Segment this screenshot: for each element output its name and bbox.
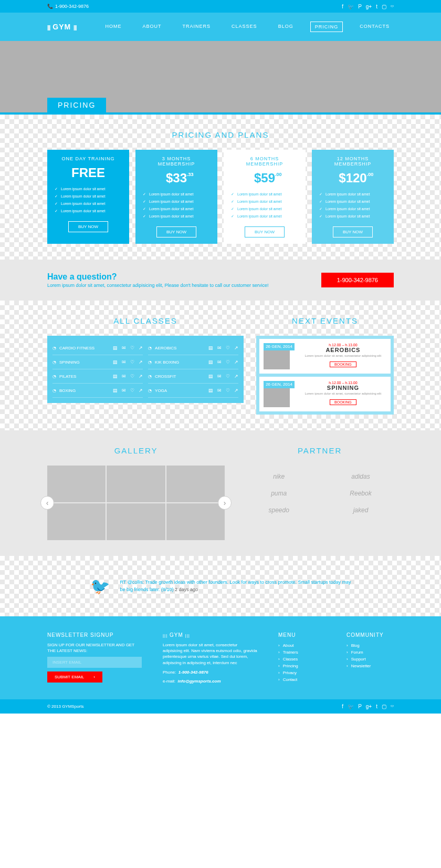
gallery-img[interactable] bbox=[47, 466, 106, 502]
card-price: $59.00 bbox=[254, 171, 275, 185]
nav-about[interactable]: ABOUT bbox=[139, 22, 166, 32]
heart-icon[interactable]: ♡ bbox=[226, 374, 230, 379]
logo[interactable]: ||| GYM ||| bbox=[47, 23, 76, 31]
class-name: CARDIO FITNESS bbox=[59, 346, 94, 350]
calendar-icon[interactable]: ▤ bbox=[208, 388, 213, 393]
share-icon[interactable]: ↗ bbox=[139, 345, 143, 350]
heart-icon[interactable]: ♡ bbox=[130, 374, 134, 379]
nav-trainers[interactable]: TRAINERS bbox=[178, 22, 215, 32]
card-feature: Lorem ipsum dolor sit amet bbox=[319, 205, 386, 213]
share-icon[interactable]: ↗ bbox=[234, 345, 238, 350]
calendar-icon[interactable]: ▤ bbox=[113, 374, 118, 379]
partner-logo: jaked bbox=[328, 507, 394, 514]
newsletter-submit[interactable]: SUBMIT EMAIL› bbox=[47, 671, 102, 683]
share-icon[interactable]: ↗ bbox=[234, 388, 238, 393]
rss-icon[interactable]: ⌔ bbox=[391, 704, 394, 709]
card-feature: Lorem ipsum dolor sit amet bbox=[231, 213, 298, 220]
buy-button[interactable]: BUY NOW bbox=[245, 226, 285, 237]
gallery-img[interactable] bbox=[47, 503, 106, 540]
facebook-icon[interactable]: f bbox=[342, 4, 343, 9]
rss-icon[interactable]: ⌔ bbox=[391, 4, 394, 9]
gallery-prev[interactable]: ‹ bbox=[40, 496, 54, 510]
classes-box: ◔CARDIO FITNESS▤✉♡↗◔SPINNING▤✉♡↗◔PILATES… bbox=[47, 336, 244, 403]
footer-menu-item[interactable]: Privacy bbox=[278, 669, 326, 676]
booking-button[interactable]: BOOKING bbox=[330, 399, 356, 405]
gallery-img[interactable] bbox=[107, 466, 165, 502]
footer-menu-item[interactable]: Contact bbox=[278, 676, 326, 683]
partner-logo: nike bbox=[246, 473, 312, 480]
question-phone-button[interactable]: 1-900-342-9876 bbox=[321, 273, 394, 287]
nav-blog[interactable]: BLOG bbox=[274, 22, 298, 32]
tumblr-icon[interactable]: t bbox=[376, 4, 377, 9]
heart-icon[interactable]: ♡ bbox=[130, 388, 134, 393]
footer-community-item[interactable]: Forum bbox=[346, 649, 394, 656]
footer-community-item[interactable]: Support bbox=[346, 656, 394, 663]
gallery-img[interactable] bbox=[166, 466, 225, 502]
twitter-icon[interactable]: 🐦 bbox=[348, 4, 354, 9]
gallery-img[interactable] bbox=[107, 503, 165, 540]
nav-pricing[interactable]: PRICING bbox=[310, 22, 343, 32]
pinterest-icon[interactable]: P bbox=[358, 4, 362, 9]
gplus-icon[interactable]: g+ bbox=[366, 704, 372, 709]
calendar-icon[interactable]: ▤ bbox=[113, 388, 118, 393]
share-icon[interactable]: ↗ bbox=[139, 388, 143, 393]
calendar-icon[interactable]: ▤ bbox=[208, 345, 213, 350]
footer-menu: AboutTrainersClassesPrincingPrivacyConta… bbox=[278, 642, 326, 683]
class-name: SPINNING bbox=[59, 360, 80, 365]
heart-icon[interactable]: ♡ bbox=[226, 345, 230, 350]
buy-button[interactable]: BUY NOW bbox=[68, 221, 108, 232]
card-feature: Lorem ipsum dolor sit amet bbox=[55, 193, 122, 200]
newsletter-title: NEWSLETTER SIGNUP bbox=[47, 632, 142, 638]
calendar-icon[interactable]: ▤ bbox=[113, 359, 118, 365]
gallery-img[interactable] bbox=[166, 503, 225, 540]
share-icon[interactable]: ↗ bbox=[234, 374, 238, 379]
footer-menu-item[interactable]: About bbox=[278, 642, 326, 649]
footer-menu-item[interactable]: Trainers bbox=[278, 649, 326, 656]
gplus-icon[interactable]: g+ bbox=[366, 4, 372, 9]
mail-icon[interactable]: ✉ bbox=[122, 359, 126, 365]
mail-icon[interactable]: ✉ bbox=[122, 345, 126, 350]
instagram-icon[interactable]: ▢ bbox=[382, 704, 386, 709]
facebook-icon[interactable]: f bbox=[342, 704, 343, 709]
class-name: CROSSFIT bbox=[155, 374, 176, 379]
calendar-icon[interactable]: ▤ bbox=[208, 359, 213, 365]
gallery-partner-section: GALLERY ‹ › PARTNER nikeadidaspumaReebok… bbox=[0, 430, 441, 556]
share-icon[interactable]: ↗ bbox=[234, 359, 238, 365]
twitter-icon[interactable]: 🐦 bbox=[348, 704, 354, 709]
share-icon[interactable]: ↗ bbox=[139, 359, 143, 365]
gallery-next[interactable]: › bbox=[218, 496, 232, 510]
heart-icon[interactable]: ♡ bbox=[226, 388, 230, 393]
nav-contacts[interactable]: CONTACTS bbox=[355, 22, 394, 32]
instagram-icon[interactable]: ▢ bbox=[382, 4, 386, 9]
card-feature: Lorem ipsum dolor sit amet bbox=[143, 205, 210, 213]
mail-icon[interactable]: ✉ bbox=[217, 345, 222, 350]
share-icon[interactable]: ↗ bbox=[139, 374, 143, 379]
footer-menu-item[interactable]: Classes bbox=[278, 656, 326, 663]
newsletter-input[interactable]: INSERT EMAIL bbox=[47, 657, 142, 668]
mail-icon[interactable]: ✉ bbox=[217, 359, 222, 365]
buy-button[interactable]: BUY NOW bbox=[156, 226, 196, 237]
heart-icon[interactable]: ♡ bbox=[226, 359, 230, 365]
nav-home[interactable]: HOME bbox=[101, 22, 126, 32]
footer-community-item[interactable]: Newsletter bbox=[346, 663, 394, 669]
card-feature: Lorem ipsum dolor sit amet bbox=[231, 191, 298, 198]
mail-icon[interactable]: ✉ bbox=[122, 374, 126, 379]
question-banner: Have a question? Lorem ipsum dolor sit a… bbox=[0, 260, 441, 301]
heart-icon[interactable]: ♡ bbox=[130, 345, 134, 350]
mail-icon[interactable]: ✉ bbox=[217, 388, 222, 393]
topbar: 📞1-900-342-9876 f🐦Pg+t▢⌔ bbox=[0, 0, 441, 13]
calendar-icon[interactable]: ▤ bbox=[208, 374, 213, 379]
tumblr-icon[interactable]: t bbox=[376, 704, 377, 709]
pinterest-icon[interactable]: P bbox=[358, 704, 362, 709]
calendar-icon[interactable]: ▤ bbox=[113, 345, 118, 350]
footer: NEWSLETTER SIGNUP SIGN UP FOR OUR NEWSLE… bbox=[0, 616, 441, 699]
heart-icon[interactable]: ♡ bbox=[130, 359, 134, 365]
mail-icon[interactable]: ✉ bbox=[217, 374, 222, 379]
class-row: ◔PILATES▤✉♡↗ bbox=[52, 369, 143, 384]
footer-menu-item[interactable]: Princing bbox=[278, 663, 326, 669]
buy-button[interactable]: BUY NOW bbox=[333, 226, 373, 237]
mail-icon[interactable]: ✉ bbox=[122, 388, 126, 393]
footer-community-item[interactable]: Blog bbox=[346, 642, 394, 649]
nav-classes[interactable]: CLASSES bbox=[227, 22, 261, 32]
booking-button[interactable]: BOOKING bbox=[330, 361, 356, 367]
